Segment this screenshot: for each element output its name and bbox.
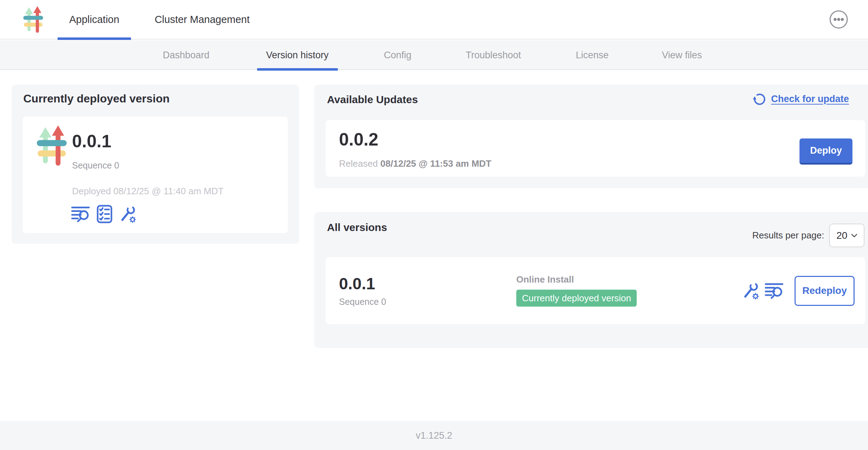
redeploy-button[interactable]: Redeploy	[795, 276, 855, 306]
console-footer: v1.125.2	[0, 421, 868, 450]
results-per-page-control: Results per page: 20	[752, 224, 864, 247]
all-versions-title: All versions	[327, 221, 387, 234]
currently-deployed-panel: Currently deployed version 0.0.1 Sequenc…	[12, 85, 299, 244]
version-row: 0.0.1 Sequence 0 Online Install Currentl…	[326, 257, 865, 324]
app-logo	[37, 125, 67, 166]
deploy-logs-icon[interactable]	[71, 206, 90, 222]
deployed-actions	[71, 205, 136, 223]
check-for-update-link[interactable]: Check for update	[753, 92, 849, 106]
deployed-version-number: 0.0.1	[72, 132, 111, 150]
preflight-checks-icon[interactable]	[97, 205, 112, 223]
tab-application[interactable]: Application	[58, 0, 131, 39]
deploy-logs-icon[interactable]	[765, 283, 784, 299]
results-per-page-value: 20	[836, 230, 847, 241]
deploy-button[interactable]: Deploy	[799, 138, 852, 165]
check-for-update-label: Check for update	[771, 94, 849, 105]
app-logo	[23, 6, 43, 33]
version-row-status: Online Install Currently deployed versio…	[516, 275, 742, 307]
config-icon[interactable]	[119, 205, 136, 223]
refresh-icon	[753, 92, 767, 106]
currently-deployed-badge: Currently deployed version	[516, 290, 637, 307]
deployed-timestamp: Deployed 08/12/25 @ 11:40 am MDT	[72, 186, 224, 196]
available-updates-panel: Available Updates Check for update 0.0.2…	[314, 85, 868, 188]
update-version-card: 0.0.2 Released 08/12/25 @ 11:53 am MDT D…	[326, 120, 865, 177]
available-updates-title: Available Updates	[327, 93, 418, 106]
console-version: v1.125.2	[416, 430, 452, 441]
update-released-timestamp: Released 08/12/25 @ 11:53 am MDT	[339, 159, 492, 168]
all-versions-panel: All versions Results per page: 20 0.0.1 …	[314, 212, 868, 348]
tab-cluster-management[interactable]: Cluster Management	[143, 0, 261, 39]
top-header: Application Cluster Management	[0, 0, 868, 40]
chevron-down-icon	[851, 233, 857, 238]
deployed-version-card: 0.0.1 Sequence 0 Deployed 08/12/25 @ 11:…	[23, 117, 288, 233]
app-subnav: Dashboard Version history Config Trouble…	[0, 40, 868, 70]
deployed-sequence: Sequence 0	[72, 161, 119, 170]
row-version-number: 0.0.1	[339, 276, 516, 292]
version-row-actions: Redeploy	[742, 276, 855, 306]
released-date: 08/12/25 @ 11:53 am MDT	[380, 158, 491, 169]
admin-console: Application Cluster Management Dashboard…	[0, 0, 868, 450]
subnav-license[interactable]: License	[576, 40, 608, 70]
row-sequence: Sequence 0	[339, 297, 516, 306]
tab-application-label: Application	[69, 14, 119, 25]
subnav-dashboard[interactable]: Dashboard	[163, 40, 209, 70]
config-icon[interactable]	[742, 282, 759, 300]
tab-cluster-management-label: Cluster Management	[155, 14, 250, 25]
results-per-page-label: Results per page:	[752, 230, 824, 241]
version-row-info: 0.0.1 Sequence 0	[339, 276, 516, 306]
currently-deployed-title: Currently deployed version	[23, 92, 170, 105]
install-type-label: Online Install	[516, 275, 742, 284]
released-prefix: Released	[339, 158, 378, 169]
subnav-troubleshoot[interactable]: Troubleshoot	[466, 40, 521, 70]
subnav-version-history[interactable]: Version history	[266, 40, 328, 70]
update-version-number: 0.0.2	[339, 131, 378, 148]
subnav-view-files[interactable]: View files	[662, 40, 702, 70]
results-per-page-select[interactable]: 20	[829, 224, 864, 247]
ellipsis-menu-icon[interactable]	[829, 10, 848, 29]
subnav-config[interactable]: Config	[384, 40, 411, 70]
